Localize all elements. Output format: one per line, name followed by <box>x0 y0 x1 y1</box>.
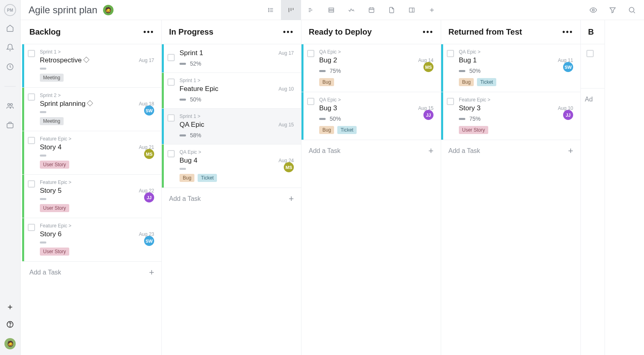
notifications-icon[interactable] <box>6 43 14 52</box>
search-icon[interactable] <box>628 6 636 14</box>
add-task-button[interactable]: Add a Task+ <box>301 140 441 162</box>
tag-row: Meeting <box>40 117 154 125</box>
column-title: Backlog <box>29 27 61 37</box>
assignee-avatar[interactable]: MS <box>284 162 294 172</box>
team-icon[interactable] <box>6 102 14 110</box>
task-card[interactable]: QA Epic >Bug 2Aug 1475%MSBug <box>301 44 441 92</box>
task-card[interactable]: Sprint 2 >Sprint planningAug 18SWMeeting <box>22 88 161 131</box>
task-checkbox[interactable] <box>28 224 35 231</box>
task-checkbox[interactable] <box>28 180 35 188</box>
assignee-avatar[interactable]: JJ <box>563 110 573 120</box>
column-menu-icon[interactable]: ••• <box>562 27 573 37</box>
portfolio-icon[interactable] <box>6 121 14 129</box>
home-icon[interactable] <box>6 24 14 32</box>
task-checkbox[interactable] <box>167 78 175 86</box>
task-checkbox[interactable] <box>167 150 175 157</box>
task-card[interactable]: Sprint 1 >QA EpicAug 1558% <box>162 109 301 144</box>
tag[interactable]: User Story <box>40 204 69 212</box>
task-checkbox[interactable] <box>167 114 175 122</box>
app-logo[interactable]: PM <box>4 4 16 16</box>
task-checkbox[interactable] <box>28 93 35 101</box>
column-body: QA Epic >Bug 1Aug 1150%SWBugTicketFeatur… <box>441 44 580 355</box>
task-card[interactable]: QA Epic >Bug 4Aug 24MSBugTicket <box>162 144 301 188</box>
task-card[interactable]: Sprint 1 >Feature EpicAug 1050% <box>162 73 301 109</box>
tag[interactable]: User Story <box>40 248 69 256</box>
svg-point-2 <box>10 103 12 105</box>
visibility-icon[interactable] <box>589 6 597 14</box>
assignee-avatar[interactable]: MS <box>144 149 154 159</box>
view-list-icon[interactable] <box>261 0 281 20</box>
column-menu-icon[interactable]: ••• <box>143 27 154 37</box>
tag[interactable]: Ticket <box>477 78 496 86</box>
task-checkbox[interactable] <box>167 54 175 61</box>
task-card[interactable]: QA Epic >Bug 1Aug 1150%SWBugTicket <box>441 44 580 92</box>
task-card[interactable]: Feature Epic >Story 6Aug 23SWUser Story <box>22 218 161 262</box>
view-add-icon[interactable] <box>422 0 442 20</box>
task-checkbox[interactable] <box>586 50 594 57</box>
add-icon[interactable] <box>6 303 14 311</box>
progress-bar <box>180 99 186 101</box>
assignee-avatar[interactable]: SW <box>563 62 573 72</box>
column-menu-icon[interactable]: ••• <box>423 27 433 37</box>
tag[interactable]: Meeting <box>40 117 64 125</box>
task-checkbox[interactable] <box>28 137 35 144</box>
task-checkbox[interactable] <box>307 98 314 105</box>
tag-row: User Story <box>40 248 154 256</box>
card-stripe <box>301 44 303 92</box>
tag[interactable]: Meeting <box>40 74 64 82</box>
task-card[interactable]: Feature Epic >Story 5Aug 22JJUser Story <box>22 175 161 218</box>
assignee-avatar[interactable]: MS <box>423 62 433 72</box>
view-board-icon[interactable] <box>281 0 301 20</box>
view-panel-icon[interactable] <box>402 0 422 20</box>
task-checkbox[interactable] <box>28 50 35 57</box>
recent-icon[interactable] <box>6 63 14 71</box>
assignee-avatar[interactable]: SW <box>144 105 154 116</box>
tag[interactable]: Bug <box>459 78 474 86</box>
column-menu-icon[interactable]: ••• <box>283 27 294 37</box>
view-file-icon[interactable] <box>382 0 402 20</box>
view-workload-icon[interactable] <box>341 0 361 20</box>
tag[interactable]: Ticket <box>337 126 357 134</box>
task-title: Sprint planning <box>40 100 92 108</box>
project-avatar[interactable]: 🧔 <box>103 5 114 15</box>
view-table-icon[interactable] <box>321 0 341 20</box>
task-title: Bug 4 <box>180 157 197 165</box>
tag[interactable]: Ticket <box>198 174 217 182</box>
task-card[interactable]: QA Epic >Bug 3Aug 1550%JJBugTicket <box>301 92 441 140</box>
progress-bar <box>40 111 46 113</box>
assignee-avatar[interactable]: JJ <box>423 110 433 120</box>
help-icon[interactable] <box>6 320 14 328</box>
task-breadcrumb: Feature Epic > <box>40 136 154 142</box>
add-task-button[interactable]: Add a Task+ <box>22 262 161 283</box>
view-switcher <box>261 0 442 20</box>
column-body: QA Epic >Bug 2Aug 1475%MSBugQA Epic >Bug… <box>301 44 441 355</box>
task-card[interactable]: Feature Epic >Story 3Aug 1075%JJUser Sto… <box>441 92 580 140</box>
view-calendar-icon[interactable] <box>361 0 382 20</box>
tag[interactable]: User Story <box>40 161 69 169</box>
assignee-avatar[interactable]: SW <box>144 236 154 246</box>
task-breadcrumb: Sprint 1 > <box>180 114 294 119</box>
tag[interactable]: User Story <box>459 126 488 134</box>
tag[interactable]: Bug <box>319 126 334 134</box>
assignee-avatar[interactable]: JJ <box>144 192 154 202</box>
add-task-button[interactable]: Add a Task+ <box>162 188 301 210</box>
tag-row: User Story <box>40 204 154 212</box>
task-card[interactable] <box>581 44 605 89</box>
task-card[interactable]: Sprint 1 >RetrospectiveAug 17Meeting <box>22 44 161 88</box>
task-card[interactable]: Feature Epic >Story 4Aug 21MSUser Story <box>22 131 161 175</box>
user-avatar[interactable]: 🧔 <box>4 338 16 349</box>
column-title: Returned from Test <box>448 27 522 37</box>
add-task-button[interactable]: Add a Task+ <box>441 140 580 162</box>
task-checkbox[interactable] <box>447 98 454 105</box>
tag[interactable]: Bug <box>319 78 334 86</box>
task-card[interactable]: Sprint 1Aug 1752% <box>162 44 301 73</box>
task-checkbox[interactable] <box>307 50 314 57</box>
tag[interactable]: Bug <box>180 174 194 182</box>
svg-point-8 <box>268 11 269 12</box>
add-task-label: Add a Task <box>309 147 341 155</box>
add-task-button[interactable]: Ad <box>581 89 605 110</box>
task-checkbox[interactable] <box>447 50 454 57</box>
view-gantt-icon[interactable] <box>301 0 321 20</box>
filter-icon[interactable] <box>609 6 617 14</box>
svg-rect-9 <box>329 8 334 12</box>
